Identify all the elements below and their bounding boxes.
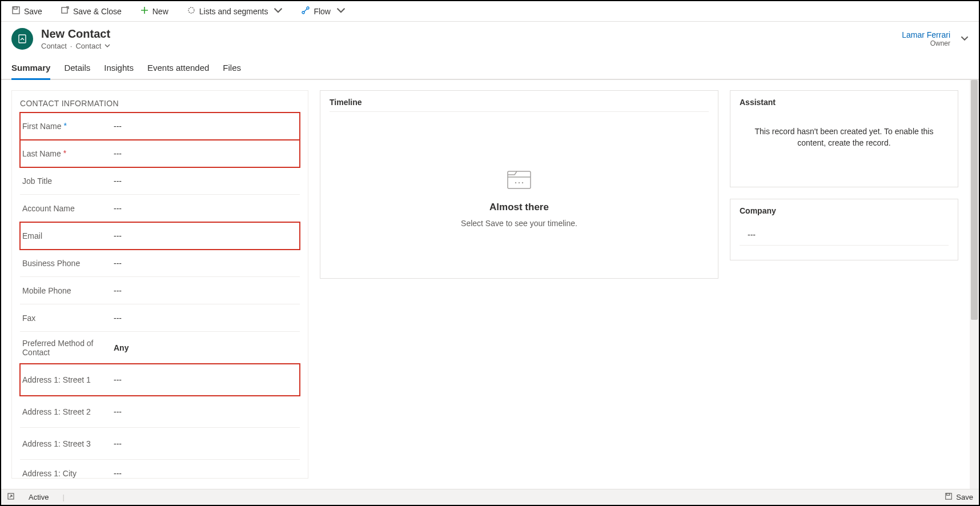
owner-name: Lamar Ferrari <box>902 30 950 39</box>
form-label: Mobile Phone <box>22 286 114 295</box>
form-value[interactable]: --- <box>114 314 298 323</box>
status-text: Active <box>29 493 49 501</box>
folder-icon <box>503 167 535 196</box>
save-close-button[interactable]: Save & Close <box>57 5 125 18</box>
entity-name: Contact <box>41 42 67 50</box>
required-icon: * <box>63 149 66 157</box>
svg-point-9 <box>519 182 520 183</box>
form-label: Account Name <box>22 204 114 213</box>
assistant-message: This record hasn't been created yet. To … <box>740 116 949 148</box>
command-bar: Save Save & Close New Lists and segments… <box>1 1 979 22</box>
form-value[interactable]: --- <box>114 231 298 240</box>
form-value[interactable]: --- <box>114 439 298 448</box>
form-row[interactable]: Business Phone--- <box>20 250 300 277</box>
form-value[interactable]: --- <box>114 259 298 268</box>
svg-rect-6 <box>19 35 26 43</box>
flow-button[interactable]: Flow <box>298 5 349 18</box>
chevron-down-icon <box>274 6 283 17</box>
save-close-icon <box>61 6 70 17</box>
form-row[interactable]: Email--- <box>20 222 300 250</box>
tab-details[interactable]: Details <box>64 58 90 80</box>
section-title: CONTACT INFORMATION <box>20 99 300 108</box>
form-name[interactable]: Contact <box>75 42 101 50</box>
form-label: Business Phone <box>22 259 114 268</box>
flow-label: Flow <box>314 7 331 16</box>
tab-files[interactable]: Files <box>223 58 241 80</box>
timeline-heading: Almost there <box>489 202 549 213</box>
tab-events-attended[interactable]: Events attended <box>147 58 209 80</box>
form-label: Address 1: City <box>22 469 114 478</box>
owner-block[interactable]: Lamar Ferrari Owner <box>902 30 950 47</box>
new-label: New <box>152 7 168 16</box>
form-row[interactable]: Job Title--- <box>20 167 300 195</box>
svg-point-4 <box>302 11 304 14</box>
save-icon <box>11 6 21 17</box>
form-label: Address 1: Street 3 <box>22 439 114 448</box>
form-value[interactable]: --- <box>114 375 298 384</box>
form-label: Fax <box>22 314 114 323</box>
plus-icon <box>140 6 149 17</box>
svg-rect-13 <box>947 493 950 496</box>
form-row[interactable]: Mobile Phone--- <box>20 277 300 304</box>
form-value[interactable]: --- <box>114 204 298 213</box>
scrollbar[interactable] <box>970 80 979 489</box>
svg-point-8 <box>515 182 516 183</box>
save-button[interactable]: Save <box>8 5 46 18</box>
form-value[interactable]: --- <box>114 286 298 295</box>
form-row[interactable]: Preferred Method of ContactAny <box>20 332 300 364</box>
record-header: New Contact Contact · Contact Lamar Ferr… <box>1 22 979 50</box>
footer-save-label: Save <box>956 493 973 501</box>
page-title: New Contact <box>41 27 110 41</box>
new-button[interactable]: New <box>136 5 172 18</box>
lists-segments-button[interactable]: Lists and segments <box>183 5 287 18</box>
content-area: CONTACT INFORMATION First Name*---Last N… <box>1 80 979 489</box>
form-label: First Name* <box>22 122 114 131</box>
form-row[interactable]: Address 1: City--- <box>20 460 300 479</box>
form-label: Job Title <box>22 176 114 186</box>
required-recommended-icon: * <box>63 122 66 130</box>
svg-point-10 <box>522 182 523 183</box>
scroll-thumb[interactable] <box>971 80 978 320</box>
status-bar: Active | Save <box>1 489 979 505</box>
chevron-down-icon[interactable] <box>105 42 110 50</box>
timeline-sub: Select Save to see your timeline. <box>461 219 577 228</box>
form-row[interactable]: Address 1: Street 2--- <box>20 396 300 428</box>
svg-rect-7 <box>508 171 531 188</box>
tab-insights[interactable]: Insights <box>104 58 134 80</box>
contact-information-panel: CONTACT INFORMATION First Name*---Last N… <box>11 90 308 479</box>
form-value[interactable]: --- <box>114 176 298 186</box>
form-value[interactable]: --- <box>114 469 298 478</box>
save-icon <box>945 492 953 502</box>
form-label: Email <box>22 231 114 240</box>
svg-rect-2 <box>62 7 67 13</box>
owner-label: Owner <box>902 39 950 47</box>
lists-icon <box>187 6 196 17</box>
form-row[interactable]: Account Name--- <box>20 195 300 222</box>
form-label: Last Name* <box>22 149 114 158</box>
form-row[interactable]: First Name*--- <box>20 113 300 140</box>
entity-avatar <box>11 28 33 50</box>
svg-point-5 <box>307 7 309 9</box>
form-row[interactable]: Address 1: Street 3--- <box>20 428 300 460</box>
footer-save-button[interactable]: Save <box>945 492 973 502</box>
assistant-card: Assistant This record hasn't been create… <box>730 90 958 187</box>
svg-rect-1 <box>14 7 17 9</box>
form-value[interactable]: --- <box>114 122 298 131</box>
assistant-title: Assistant <box>740 98 949 107</box>
form-value[interactable]: Any <box>114 343 298 352</box>
timeline-panel: Timeline Almost there Select Save to see… <box>320 90 718 279</box>
company-card: Company --- <box>730 199 958 260</box>
form-value[interactable]: --- <box>114 149 298 158</box>
form-row[interactable]: Fax--- <box>20 304 300 332</box>
form-row[interactable]: Address 1: Street 1--- <box>20 364 300 396</box>
form-value[interactable]: --- <box>114 407 298 416</box>
flow-icon <box>301 6 310 17</box>
tab-summary[interactable]: Summary <box>11 58 50 80</box>
form-label: Address 1: Street 2 <box>22 407 114 416</box>
timeline-title: Timeline <box>330 98 709 112</box>
company-value[interactable]: --- <box>740 224 949 246</box>
chevron-down-icon[interactable] <box>961 34 969 44</box>
company-title: Company <box>740 206 949 215</box>
form-row[interactable]: Last Name*--- <box>20 140 300 167</box>
popout-icon[interactable] <box>7 492 15 502</box>
